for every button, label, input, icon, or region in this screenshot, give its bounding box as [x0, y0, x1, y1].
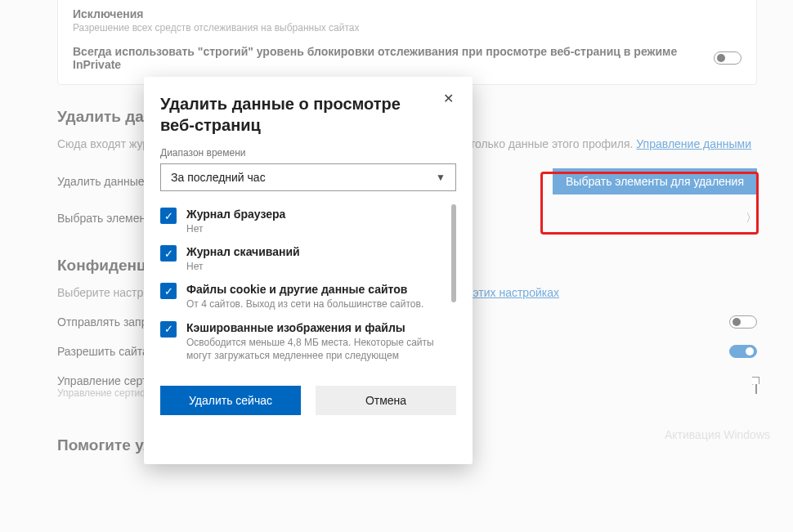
dialog-title: Удалить данные о просмотре веб-страниц — [160, 93, 405, 136]
tracking-exceptions-card: Исключения Разрешение всех средств отсле… — [57, 0, 757, 85]
checkmark-icon: ✓ — [164, 286, 173, 297]
item-title: Файлы cookie и другие данные сайтов — [186, 283, 423, 296]
dialog-actions: Удалить сейчас Отмена — [160, 386, 456, 415]
chevron-down-icon: ▼ — [436, 172, 446, 183]
list-item: ✓ Файлы cookie и другие данные сайтов От… — [160, 278, 446, 315]
strict-inprivate-label: Всегда использовать "строгий" уровень бл… — [73, 45, 678, 71]
data-type-list: ✓ Журнал браузера Нет ✓ Журнал скачивани… — [160, 203, 456, 382]
payment-check-toggle[interactable] — [729, 345, 757, 358]
cancel-button[interactable]: Отмена — [316, 386, 456, 415]
checkmark-icon: ✓ — [164, 248, 173, 259]
item-title: Журнал браузера — [186, 208, 285, 221]
do-not-track-toggle[interactable] — [729, 315, 757, 329]
checkmark-icon: ✓ — [164, 211, 173, 221]
item-subtitle: Освободится меньше 4,8 МБ места. Некотор… — [186, 336, 446, 362]
item-title: Кэшированные изображения и файлы — [186, 321, 446, 334]
manage-data-link[interactable]: Управление данными — [636, 137, 751, 150]
strict-inprivate-toggle[interactable] — [714, 51, 741, 65]
external-link-icon — [755, 380, 757, 393]
list-item: ✓ Кэшированные изображения и файлы Освоб… — [160, 316, 446, 367]
item-subtitle: Нет — [186, 222, 285, 235]
list-item: ✓ Журнал скачиваний Нет — [160, 240, 446, 278]
card-title: Исключения — [73, 7, 741, 20]
choose-what-to-clear-button[interactable]: Выбрать элементы для удаления — [553, 168, 757, 194]
list-item: ✓ Журнал браузера Нет — [160, 203, 446, 240]
time-range-label: Диапазон времени — [160, 147, 456, 159]
item-subtitle: Нет — [186, 260, 300, 273]
clear-now-button[interactable]: Удалить сейчас — [160, 386, 301, 415]
checkbox-cached-images[interactable]: ✓ — [160, 321, 177, 338]
time-range-value: За последний час — [171, 171, 266, 184]
time-range-select[interactable]: За последний час ▼ — [160, 163, 456, 191]
scrollbar-thumb[interactable] — [451, 204, 456, 302]
checkbox-cookies[interactable]: ✓ — [160, 283, 177, 299]
checkbox-browsing-history[interactable]: ✓ — [160, 208, 177, 224]
close-button[interactable]: ✕ — [438, 88, 458, 108]
windows-activation-watermark: Активация Windows — [665, 428, 770, 441]
close-icon: ✕ — [443, 91, 454, 106]
item-subtitle: От 4 сайтов. Выход из сети на большинств… — [186, 297, 423, 311]
item-title: Журнал скачиваний — [186, 245, 300, 258]
checkbox-download-history[interactable]: ✓ — [160, 245, 177, 262]
clear-browsing-data-dialog: ✕ Удалить данные о просмотре веб-страниц… — [144, 77, 473, 464]
strict-inprivate-row: Всегда использовать "строгий" уровень бл… — [73, 45, 741, 71]
card-subtitle: Разрешение всех средств отслеживания на … — [73, 22, 741, 34]
checkmark-icon: ✓ — [164, 324, 173, 334]
chevron-right-icon: 〉 — [746, 211, 757, 226]
